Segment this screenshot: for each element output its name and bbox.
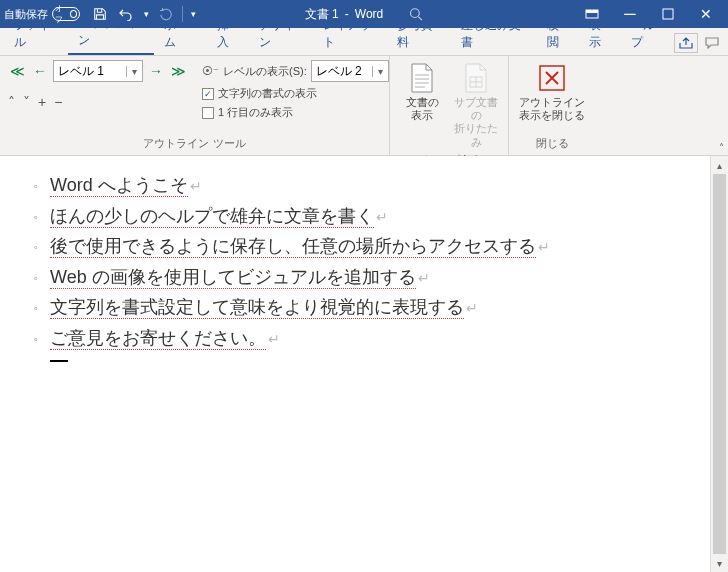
svg-point-0 (411, 9, 420, 18)
group-label-close: 閉じる (517, 134, 587, 153)
redo-icon[interactable] (154, 2, 178, 26)
outline-text: ほんの少しのヘルプで雄弁に文章を書く (50, 206, 374, 228)
paragraph-mark-icon: ↵ (466, 300, 478, 316)
undo-icon[interactable] (114, 2, 138, 26)
svg-rect-2 (586, 10, 598, 13)
show-document-button[interactable]: 文書の 表示 (398, 60, 446, 124)
ribbon-tabs: ファイル アウトライン ホーム 挿入 デザイン レイアウト 参考資料 差し込み文… (0, 28, 728, 56)
show-level-select[interactable]: ▾ (311, 60, 389, 82)
first-line-only-checkbox[interactable] (202, 107, 214, 119)
save-icon[interactable] (88, 2, 112, 26)
autosave-label: 自動保存 (4, 7, 48, 22)
outline-bullet-icon: ◦ (30, 268, 42, 288)
outline-level-select[interactable]: ▾ (53, 60, 143, 82)
document-content[interactable]: ◦ Word へようこそ↵ ◦ ほんの少しのヘルプで雄弁に文章を書く↵ ◦ 後で… (0, 156, 710, 572)
minimize-button[interactable]: ─ (612, 2, 648, 26)
autosave-toggle[interactable]: 自動保存 オフ (4, 7, 80, 22)
paragraph-mark-icon: ↵ (418, 270, 430, 286)
outline-bullet-icon: ◦ (30, 329, 42, 349)
vertical-scrollbar[interactable]: ▴ ▾ (710, 156, 728, 572)
outline-level-input[interactable] (54, 64, 126, 78)
paragraph-mark-icon: ↵ (268, 331, 280, 347)
close-button[interactable]: ✕ (688, 2, 724, 26)
paragraph-mark-icon: ↵ (538, 239, 550, 255)
outline-bullet-icon: ◦ (30, 298, 42, 318)
document-title: 文書 1 (305, 6, 339, 23)
move-down-icon[interactable]: ˅ (23, 94, 30, 110)
maximize-button[interactable] (650, 2, 686, 26)
demote-to-body-icon[interactable]: ≫ (169, 61, 188, 81)
outline-item[interactable]: ◦ ほんの少しのヘルプで雄弁に文章を書く↵ (30, 201, 700, 232)
scroll-up-icon[interactable]: ▴ (711, 156, 728, 174)
outline-bullet-icon: ◦ (30, 176, 42, 196)
search-icon[interactable] (409, 7, 423, 21)
outline-text: Web の画像を使用してビジュアルを追加する (50, 267, 416, 289)
close-outline-view-button[interactable]: アウトライン 表示を閉じる (517, 60, 587, 124)
scroll-down-icon[interactable]: ▾ (711, 554, 728, 572)
collapse-icon[interactable]: − (54, 94, 62, 110)
show-level-label: レベルの表示(S): (223, 64, 307, 79)
show-formatting-checkbox[interactable]: ✓ (202, 88, 214, 100)
ribbon: ≪ ← ▾ → ≫ ˄ ˅ + − (0, 56, 728, 156)
outline-item[interactable]: ◦ Word へようこそ↵ (30, 170, 700, 201)
group-outline-tools: ≪ ← ▾ → ≫ ˄ ˅ + − (0, 56, 390, 155)
scroll-thumb[interactable] (713, 174, 726, 554)
outline-text: ご意見をお寄せください。 (50, 328, 266, 350)
paragraph-mark-icon: ↵ (190, 178, 202, 194)
outline-item[interactable]: ◦ ご意見をお寄せください。↵ (30, 323, 700, 354)
show-level-input[interactable] (312, 64, 372, 78)
document-icon (406, 62, 438, 94)
scroll-track[interactable] (711, 174, 728, 554)
ribbon-display-icon[interactable] (574, 2, 610, 26)
svg-rect-3 (663, 9, 673, 19)
quick-access-toolbar: ▾ ▾ (88, 2, 199, 26)
share-icon[interactable] (674, 33, 698, 53)
outline-bullet-icon: ◦ (30, 237, 42, 257)
group-close: アウトライン 表示を閉じる 閉じる (509, 56, 595, 155)
outline-item[interactable]: ◦ 後で使用できるように保存し、任意の場所からアクセスする↵ (30, 231, 700, 262)
dropdown-icon[interactable]: ▾ (126, 66, 142, 77)
document-area: ◦ Word へようこそ↵ ◦ ほんの少しのヘルプで雄弁に文章を書く↵ ◦ 後で… (0, 156, 728, 572)
window-title: 文書 1 - Word (305, 6, 423, 23)
outline-bullet-icon: ◦ (30, 207, 42, 227)
comments-icon[interactable] (700, 33, 724, 53)
promote-icon[interactable]: ← (31, 61, 49, 81)
move-up-icon[interactable]: ˄ (8, 94, 15, 110)
app-name: Word (355, 7, 383, 21)
outline-text: 文字列を書式設定して意味をより視覚的に表現する (50, 297, 464, 319)
outline-text: 後で使用できるように保存し、任意の場所からアクセスする (50, 236, 536, 258)
outline-text: Word へようこそ (50, 175, 188, 197)
dropdown-icon[interactable]: ▾ (372, 66, 388, 77)
close-icon (536, 62, 568, 94)
demote-icon[interactable]: → (147, 61, 165, 81)
first-line-only-label: 1 行目のみ表示 (218, 105, 293, 120)
title-bar: 自動保存 オフ ▾ ▾ 文書 1 - Word ─ ✕ (0, 0, 728, 28)
undo-dropdown-icon[interactable]: ▾ (140, 2, 152, 26)
show-level-icon: ⦿⁻ (202, 65, 219, 78)
subdocument-icon (460, 62, 492, 94)
group-label-outline-tools: アウトライン ツール (8, 134, 381, 153)
expand-icon[interactable]: + (38, 94, 46, 110)
outline-item[interactable]: ◦ 文字列を書式設定して意味をより視覚的に表現する↵ (30, 292, 700, 323)
promote-to-heading1-icon[interactable]: ≪ (8, 61, 27, 81)
qat-customize-icon[interactable]: ▾ (187, 2, 199, 26)
show-formatting-label: 文字列の書式の表示 (218, 86, 317, 101)
text-cursor (50, 360, 68, 362)
collapse-ribbon-icon[interactable]: ˄ (719, 142, 724, 153)
paragraph-mark-icon: ↵ (376, 209, 388, 225)
outline-item[interactable]: ◦ Web の画像を使用してビジュアルを追加する↵ (30, 262, 700, 293)
group-master-document: 文書の 表示 サブ文書の 折りたたみ グループ文書 (390, 56, 509, 155)
autosave-state[interactable]: オフ (52, 7, 80, 21)
collapse-subdocs-button: サブ文書の 折りたたみ (452, 60, 500, 151)
